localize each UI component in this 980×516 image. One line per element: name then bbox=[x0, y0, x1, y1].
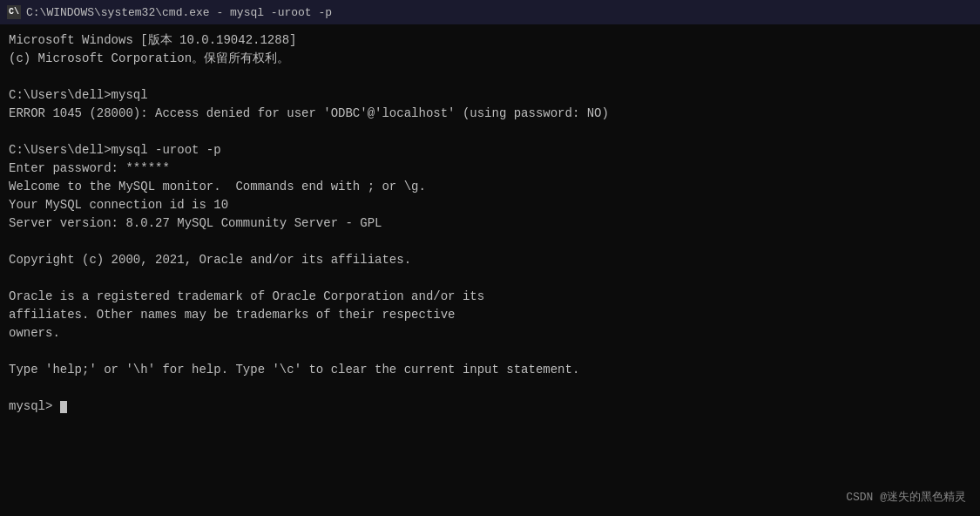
terminal-line-6 bbox=[9, 123, 971, 141]
title-bar-text: C:\WINDOWS\system32\cmd.exe - mysql -uro… bbox=[26, 6, 332, 19]
terminal-line-12 bbox=[9, 233, 971, 251]
terminal-line-8: Enter password: ****** bbox=[9, 160, 971, 178]
terminal-line-1: Microsoft Windows [版本 10.0.19042.1288] bbox=[9, 31, 971, 50]
title-bar: C\ C:\WINDOWS\system32\cmd.exe - mysql -… bbox=[0, 0, 980, 24]
terminal-line-11: Server version: 8.0.27 MySQL Community S… bbox=[9, 214, 971, 233]
terminal-line-19: Type 'help;' or '\h' for help. Type '\c'… bbox=[9, 361, 971, 379]
terminal-prompt-line: mysql> bbox=[9, 397, 971, 416]
terminal-line-10: Your MySQL connection id is 10 bbox=[9, 196, 971, 214]
cursor bbox=[60, 401, 67, 413]
watermark: CSDN @迷失的黑色精灵 bbox=[846, 489, 966, 506]
window: C\ C:\WINDOWS\system32\cmd.exe - mysql -… bbox=[0, 0, 980, 516]
terminal-line-5: ERROR 1045 (28000): Access denied for us… bbox=[9, 105, 971, 123]
terminal-line-9: Welcome to the MySQL monitor. Commands e… bbox=[9, 178, 971, 196]
terminal-line-13: Copyright (c) 2000, 2021, Oracle and/or … bbox=[9, 251, 971, 269]
terminal-line-2: (c) Microsoft Corporation。保留所有权利。 bbox=[9, 50, 971, 68]
cmd-icon: C\ bbox=[7, 5, 21, 19]
terminal-body[interactable]: Microsoft Windows [版本 10.0.19042.1288] (… bbox=[0, 24, 980, 516]
terminal-line-16: affiliates. Other names may be trademark… bbox=[9, 306, 971, 324]
terminal-line-18 bbox=[9, 343, 971, 361]
terminal-line-20 bbox=[9, 379, 971, 397]
terminal-line-3 bbox=[9, 68, 971, 86]
terminal-line-15: Oracle is a registered trademark of Orac… bbox=[9, 288, 971, 306]
terminal-line-7: C:\Users\dell>mysql -uroot -p bbox=[9, 141, 971, 160]
mysql-prompt: mysql> bbox=[9, 399, 60, 413]
terminal-line-14 bbox=[9, 269, 971, 288]
terminal-line-17: owners. bbox=[9, 324, 971, 343]
terminal-line-4: C:\Users\dell>mysql bbox=[9, 86, 971, 105]
